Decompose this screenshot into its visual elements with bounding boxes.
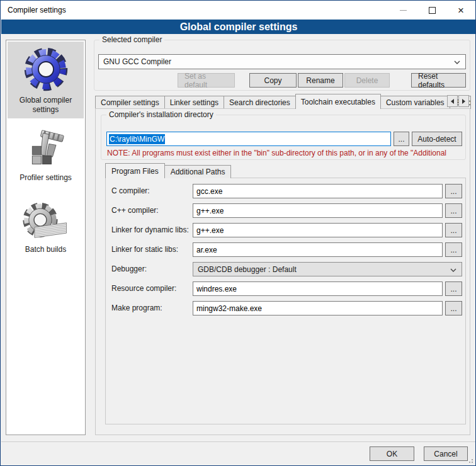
- sidebar-item-label: Global compiler settings: [8, 96, 84, 115]
- tab-compiler-settings[interactable]: Compiler settings: [95, 96, 165, 109]
- dynamic-linker-input[interactable]: [193, 223, 443, 237]
- debugger-select-value: GDB/CDB debugger : Default: [198, 265, 297, 274]
- program-files-panel: C compiler: ... C++ compiler: ... Linker…: [105, 178, 466, 424]
- maximize-button[interactable]: [417, 1, 446, 20]
- tab-custom-variables[interactable]: Custom variables: [380, 96, 450, 109]
- browse-make-program-button[interactable]: ...: [445, 301, 462, 315]
- chevron-down-icon: [454, 60, 460, 64]
- copy-button[interactable]: Copy: [249, 73, 297, 88]
- toolchain-executables-page: Compiler's installation directory C:\ray…: [95, 108, 470, 435]
- program-files-tab-strip: Program Files Additional Paths: [105, 163, 230, 178]
- browse-dynamic-linker-button[interactable]: ...: [445, 223, 462, 237]
- rename-button[interactable]: Rename: [298, 73, 343, 88]
- compiler-select[interactable]: GNU GCC Compiler: [98, 54, 466, 69]
- footer-divider: [1, 441, 476, 442]
- compiler-settings-dialog: Compiler settings × Global compiler sett…: [0, 0, 476, 466]
- static-linker-row: Linker for static libs: ...: [111, 242, 462, 257]
- install-dir-note: NOTE: All programs must exist either in …: [107, 149, 462, 157]
- resource-compiler-label: Resource compiler:: [111, 284, 176, 293]
- blue-gear-icon: [23, 46, 69, 93]
- install-dir-input[interactable]: C:\raylib\MinGW: [106, 132, 391, 146]
- maximize-icon: [429, 7, 436, 14]
- static-linker-label: Linker for static libs:: [111, 245, 178, 254]
- cpp-compiler-row: C++ compiler: ...: [111, 203, 462, 218]
- browse-cpp-compiler-button[interactable]: ...: [445, 203, 462, 218]
- tab-scroll-left-button[interactable]: [447, 95, 458, 107]
- install-dir-group: Compiler's installation directory C:\ray…: [101, 115, 466, 160]
- resource-compiler-row: Resource compiler: ...: [111, 281, 462, 296]
- arrow-right-icon: [462, 99, 465, 104]
- cpp-compiler-label: C++ compiler:: [111, 206, 159, 215]
- close-icon: ×: [458, 5, 464, 16]
- set-as-default-button[interactable]: Set as default: [178, 73, 235, 88]
- resize-grip[interactable]: [467, 457, 473, 463]
- resource-compiler-input[interactable]: [193, 281, 443, 296]
- arrow-left-icon: [451, 99, 454, 104]
- chevron-down-icon: [450, 268, 456, 272]
- tab-search-directories[interactable]: Search directories: [224, 96, 296, 109]
- make-program-label: Make program:: [111, 304, 162, 312]
- tab-toolchain-executables[interactable]: Toolchain executables: [295, 94, 381, 109]
- cancel-button[interactable]: Cancel: [424, 446, 468, 461]
- sidebar-item-label: Profiler settings: [20, 173, 72, 183]
- minimize-button[interactable]: [388, 1, 417, 20]
- make-program-row: Make program: ...: [111, 301, 462, 315]
- install-dir-value: C:\raylib\MinGW: [109, 134, 165, 144]
- delete-button[interactable]: Delete: [344, 73, 390, 88]
- window-title: Compiler settings: [8, 6, 66, 14]
- settings-tab-strip: Compiler settings Linker settings Search…: [95, 94, 470, 109]
- minimize-icon: [400, 10, 407, 11]
- browse-c-compiler-button[interactable]: ...: [445, 184, 462, 198]
- make-program-input[interactable]: [193, 301, 443, 315]
- gray-gear-stack-icon: [22, 202, 70, 242]
- close-button[interactable]: ×: [446, 1, 475, 20]
- caliper-icon: [25, 128, 67, 170]
- subtab-additional-paths[interactable]: Additional Paths: [164, 165, 232, 178]
- debugger-label: Debugger:: [111, 264, 147, 273]
- tab-linker-settings[interactable]: Linker settings: [164, 96, 224, 109]
- sidebar-item-profiler-settings[interactable]: Profiler settings: [8, 123, 84, 188]
- compiler-buttons-row: Set as default Copy Rename Delete Reset …: [98, 73, 466, 88]
- tab-scroll-buttons: [446, 95, 469, 107]
- tab-scroll-right-button[interactable]: [458, 95, 469, 107]
- dynamic-linker-row: Linker for dynamic libs: ...: [111, 223, 462, 237]
- c-compiler-input[interactable]: [193, 184, 443, 198]
- c-compiler-label: C compiler:: [111, 186, 150, 195]
- dialog-banner: Global compiler settings: [1, 20, 476, 34]
- banner-title: Global compiler settings: [180, 21, 298, 33]
- sidebar-item-label: Batch builds: [25, 245, 66, 254]
- browse-static-linker-button[interactable]: ...: [445, 242, 462, 257]
- subtab-program-files[interactable]: Program Files: [105, 163, 165, 178]
- browse-resource-compiler-button[interactable]: ...: [445, 281, 462, 296]
- browse-install-dir-button[interactable]: ...: [394, 132, 409, 146]
- c-compiler-row: C compiler: ...: [111, 184, 462, 198]
- settings-sidebar: Global compiler settings: [6, 40, 86, 435]
- selected-compiler-legend: Selected compiler: [99, 35, 164, 44]
- compiler-select-value: GNU GCC Compiler: [103, 57, 171, 66]
- dynamic-linker-label: Linker for dynamic libs:: [111, 225, 189, 234]
- debugger-row: Debugger: GDB/CDB debugger : Default: [111, 262, 462, 276]
- sidebar-item-global-compiler-settings[interactable]: Global compiler settings: [8, 42, 84, 118]
- auto-detect-button[interactable]: Auto-detect: [412, 132, 462, 146]
- install-dir-legend: Compiler's installation directory: [106, 110, 216, 119]
- ok-button[interactable]: OK: [370, 446, 414, 461]
- cpp-compiler-input[interactable]: [193, 203, 443, 218]
- reset-defaults-button[interactable]: Reset defaults: [411, 73, 466, 88]
- debugger-select[interactable]: GDB/CDB debugger : Default: [193, 262, 462, 276]
- static-linker-input[interactable]: [193, 242, 443, 257]
- sidebar-item-batch-builds[interactable]: Batch builds: [8, 193, 84, 263]
